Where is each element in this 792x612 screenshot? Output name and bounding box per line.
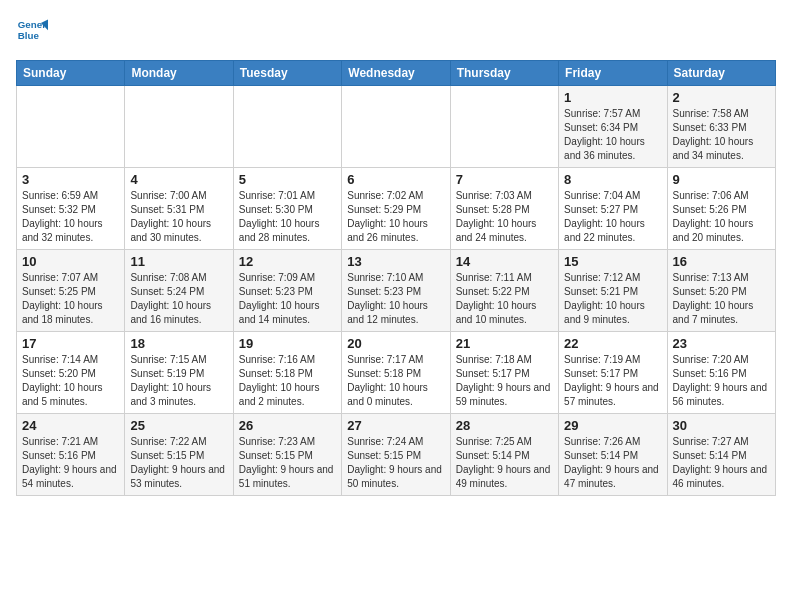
day-info: Sunrise: 7:09 AM Sunset: 5:23 PM Dayligh… xyxy=(239,271,336,327)
calendar-day-cell: 14Sunrise: 7:11 AM Sunset: 5:22 PM Dayli… xyxy=(450,250,558,332)
day-info: Sunrise: 7:22 AM Sunset: 5:15 PM Dayligh… xyxy=(130,435,227,491)
day-number: 24 xyxy=(22,418,119,433)
calendar-day-cell: 5Sunrise: 7:01 AM Sunset: 5:30 PM Daylig… xyxy=(233,168,341,250)
day-number: 27 xyxy=(347,418,444,433)
logo-icon: General Blue xyxy=(16,16,48,48)
calendar-header-row: SundayMondayTuesdayWednesdayThursdayFrid… xyxy=(17,61,776,86)
day-info: Sunrise: 7:58 AM Sunset: 6:33 PM Dayligh… xyxy=(673,107,770,163)
day-info: Sunrise: 7:17 AM Sunset: 5:18 PM Dayligh… xyxy=(347,353,444,409)
day-info: Sunrise: 7:18 AM Sunset: 5:17 PM Dayligh… xyxy=(456,353,553,409)
day-number: 9 xyxy=(673,172,770,187)
calendar-day-cell: 18Sunrise: 7:15 AM Sunset: 5:19 PM Dayli… xyxy=(125,332,233,414)
day-info: Sunrise: 7:19 AM Sunset: 5:17 PM Dayligh… xyxy=(564,353,661,409)
day-info: Sunrise: 7:07 AM Sunset: 5:25 PM Dayligh… xyxy=(22,271,119,327)
day-number: 26 xyxy=(239,418,336,433)
calendar-day-cell xyxy=(17,86,125,168)
day-info: Sunrise: 7:20 AM Sunset: 5:16 PM Dayligh… xyxy=(673,353,770,409)
day-info: Sunrise: 7:26 AM Sunset: 5:14 PM Dayligh… xyxy=(564,435,661,491)
day-number: 10 xyxy=(22,254,119,269)
day-info: Sunrise: 7:16 AM Sunset: 5:18 PM Dayligh… xyxy=(239,353,336,409)
day-info: Sunrise: 7:04 AM Sunset: 5:27 PM Dayligh… xyxy=(564,189,661,245)
day-number: 14 xyxy=(456,254,553,269)
calendar-day-cell xyxy=(342,86,450,168)
day-info: Sunrise: 7:23 AM Sunset: 5:15 PM Dayligh… xyxy=(239,435,336,491)
day-number: 15 xyxy=(564,254,661,269)
day-info: Sunrise: 7:11 AM Sunset: 5:22 PM Dayligh… xyxy=(456,271,553,327)
calendar-day-cell: 28Sunrise: 7:25 AM Sunset: 5:14 PM Dayli… xyxy=(450,414,558,496)
day-number: 4 xyxy=(130,172,227,187)
weekday-header: Tuesday xyxy=(233,61,341,86)
weekday-header: Saturday xyxy=(667,61,775,86)
calendar-day-cell: 30Sunrise: 7:27 AM Sunset: 5:14 PM Dayli… xyxy=(667,414,775,496)
day-info: Sunrise: 7:13 AM Sunset: 5:20 PM Dayligh… xyxy=(673,271,770,327)
day-number: 8 xyxy=(564,172,661,187)
day-info: Sunrise: 7:00 AM Sunset: 5:31 PM Dayligh… xyxy=(130,189,227,245)
day-info: Sunrise: 7:14 AM Sunset: 5:20 PM Dayligh… xyxy=(22,353,119,409)
day-number: 16 xyxy=(673,254,770,269)
calendar-day-cell xyxy=(233,86,341,168)
calendar-day-cell: 25Sunrise: 7:22 AM Sunset: 5:15 PM Dayli… xyxy=(125,414,233,496)
day-info: Sunrise: 7:10 AM Sunset: 5:23 PM Dayligh… xyxy=(347,271,444,327)
day-info: Sunrise: 7:01 AM Sunset: 5:30 PM Dayligh… xyxy=(239,189,336,245)
day-number: 29 xyxy=(564,418,661,433)
weekday-header: Thursday xyxy=(450,61,558,86)
day-info: Sunrise: 7:08 AM Sunset: 5:24 PM Dayligh… xyxy=(130,271,227,327)
calendar-day-cell xyxy=(125,86,233,168)
calendar-day-cell: 19Sunrise: 7:16 AM Sunset: 5:18 PM Dayli… xyxy=(233,332,341,414)
weekday-header: Wednesday xyxy=(342,61,450,86)
calendar-day-cell: 11Sunrise: 7:08 AM Sunset: 5:24 PM Dayli… xyxy=(125,250,233,332)
calendar-day-cell: 26Sunrise: 7:23 AM Sunset: 5:15 PM Dayli… xyxy=(233,414,341,496)
calendar-day-cell xyxy=(450,86,558,168)
calendar-day-cell: 6Sunrise: 7:02 AM Sunset: 5:29 PM Daylig… xyxy=(342,168,450,250)
calendar-day-cell: 1Sunrise: 7:57 AM Sunset: 6:34 PM Daylig… xyxy=(559,86,667,168)
weekday-header: Friday xyxy=(559,61,667,86)
day-number: 19 xyxy=(239,336,336,351)
calendar-day-cell: 24Sunrise: 7:21 AM Sunset: 5:16 PM Dayli… xyxy=(17,414,125,496)
calendar-week-row: 17Sunrise: 7:14 AM Sunset: 5:20 PM Dayli… xyxy=(17,332,776,414)
calendar-week-row: 10Sunrise: 7:07 AM Sunset: 5:25 PM Dayli… xyxy=(17,250,776,332)
page-header: General Blue xyxy=(16,16,776,48)
day-number: 23 xyxy=(673,336,770,351)
day-number: 30 xyxy=(673,418,770,433)
logo: General Blue xyxy=(16,16,48,48)
calendar-day-cell: 10Sunrise: 7:07 AM Sunset: 5:25 PM Dayli… xyxy=(17,250,125,332)
calendar-week-row: 3Sunrise: 6:59 AM Sunset: 5:32 PM Daylig… xyxy=(17,168,776,250)
calendar-day-cell: 2Sunrise: 7:58 AM Sunset: 6:33 PM Daylig… xyxy=(667,86,775,168)
calendar-day-cell: 8Sunrise: 7:04 AM Sunset: 5:27 PM Daylig… xyxy=(559,168,667,250)
day-number: 22 xyxy=(564,336,661,351)
day-info: Sunrise: 7:03 AM Sunset: 5:28 PM Dayligh… xyxy=(456,189,553,245)
calendar-day-cell: 22Sunrise: 7:19 AM Sunset: 5:17 PM Dayli… xyxy=(559,332,667,414)
day-info: Sunrise: 7:12 AM Sunset: 5:21 PM Dayligh… xyxy=(564,271,661,327)
day-info: Sunrise: 7:15 AM Sunset: 5:19 PM Dayligh… xyxy=(130,353,227,409)
calendar-day-cell: 21Sunrise: 7:18 AM Sunset: 5:17 PM Dayli… xyxy=(450,332,558,414)
calendar-day-cell: 29Sunrise: 7:26 AM Sunset: 5:14 PM Dayli… xyxy=(559,414,667,496)
calendar-table: SundayMondayTuesdayWednesdayThursdayFrid… xyxy=(16,60,776,496)
calendar-day-cell: 4Sunrise: 7:00 AM Sunset: 5:31 PM Daylig… xyxy=(125,168,233,250)
day-number: 7 xyxy=(456,172,553,187)
day-number: 1 xyxy=(564,90,661,105)
calendar-day-cell: 20Sunrise: 7:17 AM Sunset: 5:18 PM Dayli… xyxy=(342,332,450,414)
day-number: 3 xyxy=(22,172,119,187)
calendar-day-cell: 15Sunrise: 7:12 AM Sunset: 5:21 PM Dayli… xyxy=(559,250,667,332)
day-number: 5 xyxy=(239,172,336,187)
day-number: 12 xyxy=(239,254,336,269)
calendar-day-cell: 12Sunrise: 7:09 AM Sunset: 5:23 PM Dayli… xyxy=(233,250,341,332)
weekday-header: Sunday xyxy=(17,61,125,86)
day-info: Sunrise: 7:06 AM Sunset: 5:26 PM Dayligh… xyxy=(673,189,770,245)
day-info: Sunrise: 7:24 AM Sunset: 5:15 PM Dayligh… xyxy=(347,435,444,491)
calendar-day-cell: 3Sunrise: 6:59 AM Sunset: 5:32 PM Daylig… xyxy=(17,168,125,250)
calendar-day-cell: 27Sunrise: 7:24 AM Sunset: 5:15 PM Dayli… xyxy=(342,414,450,496)
day-info: Sunrise: 6:59 AM Sunset: 5:32 PM Dayligh… xyxy=(22,189,119,245)
calendar-day-cell: 23Sunrise: 7:20 AM Sunset: 5:16 PM Dayli… xyxy=(667,332,775,414)
day-number: 6 xyxy=(347,172,444,187)
calendar-day-cell: 9Sunrise: 7:06 AM Sunset: 5:26 PM Daylig… xyxy=(667,168,775,250)
weekday-header: Monday xyxy=(125,61,233,86)
calendar-day-cell: 7Sunrise: 7:03 AM Sunset: 5:28 PM Daylig… xyxy=(450,168,558,250)
day-number: 25 xyxy=(130,418,227,433)
svg-text:Blue: Blue xyxy=(18,30,40,41)
calendar-week-row: 24Sunrise: 7:21 AM Sunset: 5:16 PM Dayli… xyxy=(17,414,776,496)
day-number: 18 xyxy=(130,336,227,351)
calendar-day-cell: 16Sunrise: 7:13 AM Sunset: 5:20 PM Dayli… xyxy=(667,250,775,332)
day-number: 17 xyxy=(22,336,119,351)
day-number: 28 xyxy=(456,418,553,433)
